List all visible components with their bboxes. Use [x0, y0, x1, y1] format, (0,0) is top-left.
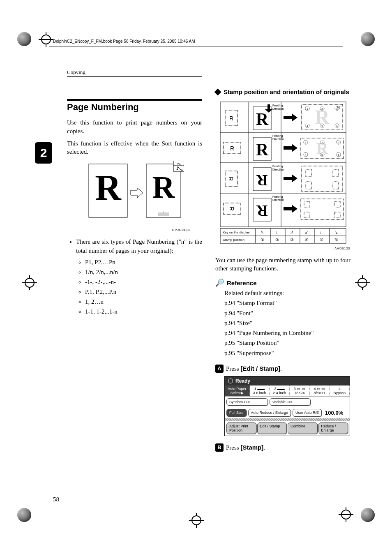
svg-text:Feeding: Feeding	[272, 165, 283, 168]
edit-stamp-button[interactable]: Edit / Stamp	[257, 422, 287, 434]
reduce-enlarge-button[interactable]: Reduce / Enlarge	[318, 422, 348, 434]
svg-text:R: R	[228, 206, 235, 210]
reference-heading: 🔍 Reference	[215, 278, 350, 287]
svg-text:Feeding: Feeding	[272, 195, 283, 199]
print-mark	[361, 32, 375, 46]
svg-rect-13	[158, 212, 169, 216]
print-mark	[17, 508, 31, 522]
right-column: Stamp position and orientation of origin…	[215, 69, 350, 455]
ratio-value: 100.0%	[323, 409, 345, 417]
orientation-figure: R R FeedingDirection R P1 1 2 3 4 5 6	[219, 101, 347, 245]
full-size-button[interactable]: Full Size	[226, 409, 247, 417]
ref-item: p.95 "Superimpose"	[224, 349, 350, 357]
combine-button[interactable]: Combine	[288, 422, 318, 434]
print-mark	[361, 508, 375, 522]
variable-cut-button[interactable]: Variable Cut	[270, 398, 311, 406]
step-number-icon: A	[215, 365, 224, 373]
registration-target-icon	[339, 507, 353, 522]
svg-text:R: R	[229, 115, 233, 122]
figure-id: CPJG0100	[67, 228, 190, 232]
title-rule	[67, 99, 202, 101]
registration-target-icon	[22, 275, 37, 290]
svg-text:P1: P1	[177, 162, 181, 166]
ref-item: p.94 "Size"	[224, 319, 350, 327]
type-item: 1-1, 1-2,..1-n	[85, 307, 202, 316]
paper-tray: 2 ▬▬2 4 inch	[270, 385, 290, 396]
book-header-line: DolphinC2_ENcopy_F_FM.book Page 58 Frida…	[53, 39, 195, 44]
bypass-tray: ⊥Bypass	[330, 385, 350, 396]
svg-text:Feeding: Feeding	[272, 104, 283, 107]
svg-text:R: R	[152, 170, 175, 204]
ref-item: p.94 "Page Numbering in Combine"	[224, 329, 350, 337]
section-title: Page Numbering	[67, 102, 202, 113]
registration-target-icon	[189, 513, 204, 528]
type-item: 1, 2…n	[85, 297, 202, 307]
step-1: A Press [Edit / Stamp].	[215, 365, 350, 373]
svg-text:⑥: ⑥	[334, 238, 338, 242]
chapter-tab: 2	[35, 142, 52, 164]
svg-text:③: ③	[290, 238, 294, 242]
ref-intro: Related default settings:	[224, 289, 350, 297]
stamp-combine-note: You can use the page numbering stamp wit…	[215, 256, 350, 273]
svg-rect-71	[302, 166, 343, 192]
page-number: 58	[53, 496, 59, 503]
svg-text:④: ④	[305, 238, 309, 242]
user-auto-re-button[interactable]: User Auto R/E	[293, 409, 322, 417]
registration-target-icon	[39, 32, 53, 47]
paper-tray: 3 ▭ ▭18×24	[290, 385, 310, 396]
svg-text:Direction: Direction	[272, 168, 284, 171]
svg-text:②: ②	[275, 238, 279, 242]
ref-item: p.95 "Stamp Position"	[224, 339, 350, 347]
types-intro: There are six types of Page Numbering ("…	[76, 238, 202, 316]
ref-item: p.94 "Font"	[224, 309, 350, 317]
svg-text:R: R	[256, 172, 267, 189]
svg-text:Stamp position: Stamp position	[223, 238, 244, 242]
ready-label: Ready	[235, 378, 250, 384]
step-number-icon: B	[215, 443, 224, 452]
type-item: P.1, P.2,...P.n	[85, 287, 202, 297]
print-mark	[17, 32, 31, 46]
reference-icon: 🔍	[215, 278, 224, 287]
svg-text:↘: ↘	[334, 230, 338, 235]
svg-text:R: R	[256, 140, 268, 159]
auto-reduce-enlarge-button[interactable]: Auto Reduce / Enlarge	[248, 409, 291, 417]
page-numbering-figure: R R -1- P1 1 5	[85, 161, 184, 226]
left-column: Copying Page Numbering Use this function…	[67, 69, 202, 455]
synchro-cut-button[interactable]: Synchro Cut	[226, 398, 268, 406]
svg-text:R: R	[256, 202, 267, 219]
svg-text:5: 5	[181, 168, 183, 172]
svg-text:↓: ↓	[320, 230, 322, 235]
svg-text:↙: ↙	[305, 230, 308, 235]
svg-text:R: R	[230, 145, 234, 152]
step-2: B Press [Stamp].	[215, 443, 350, 452]
svg-text:Direction: Direction	[272, 138, 284, 141]
type-item: -1-, -2-,...-n-	[85, 277, 202, 287]
type-item: P1, P2,…Pn	[85, 257, 202, 267]
intro-paragraph: Use this function to print page numbers …	[67, 118, 202, 135]
type-item: 1/n, 2/n,...n/n	[85, 267, 202, 277]
chapter-label: Copying	[67, 69, 202, 77]
subsection-heading: Stamp position and orientation of origin…	[215, 88, 350, 96]
intro-paragraph: This function is effective when the Sort…	[67, 139, 202, 156]
svg-text:Direction: Direction	[272, 107, 284, 110]
svg-text:Feeding: Feeding	[272, 134, 283, 138]
svg-text:↗: ↗	[290, 230, 293, 235]
svg-marker-2	[131, 188, 143, 198]
svg-text:①: ①	[261, 238, 264, 242]
svg-text:↑: ↑	[275, 230, 277, 235]
adjust-print-position-button[interactable]: Adjust Print Position	[226, 422, 256, 434]
svg-text:Key on the display: Key on the display	[223, 231, 249, 234]
control-panel-screenshot: Ready Auto Paper Select▶ 1 ▬▬3 6 inch 2 …	[224, 376, 350, 436]
registration-target-icon	[355, 275, 370, 290]
auto-paper-select: Auto Paper Select▶	[225, 385, 250, 396]
svg-text:R: R	[95, 168, 122, 208]
ref-item: p.94 "Stamp Format"	[224, 299, 350, 307]
svg-text:↖: ↖	[261, 230, 264, 235]
paper-tray: 4 ▭ ▭8½×11	[310, 385, 330, 396]
svg-text:⑤: ⑤	[320, 238, 323, 242]
svg-rect-83	[301, 199, 344, 219]
diamond-icon	[214, 89, 221, 96]
svg-text:R: R	[256, 110, 268, 129]
svg-text:R: R	[228, 176, 234, 180]
figure-id: AHD012S	[215, 247, 350, 250]
